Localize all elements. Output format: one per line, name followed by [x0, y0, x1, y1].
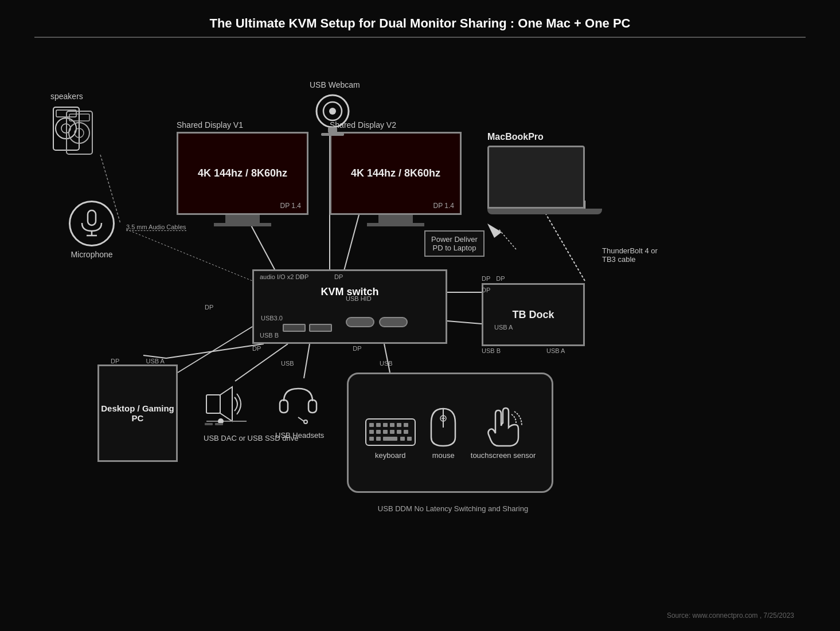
- svg-rect-60: [407, 437, 412, 441]
- svg-line-7: [447, 321, 482, 324]
- usb-slot-1: [283, 324, 306, 332]
- tbdock-group: DP DP TB Dock USB B USB A: [482, 275, 585, 354]
- svg-line-11: [166, 344, 264, 358]
- svg-marker-34: [220, 387, 232, 421]
- svg-rect-25: [88, 210, 96, 225]
- webcam-group: USB Webcam: [310, 80, 360, 140]
- usb-down-right-label: USB: [380, 360, 393, 367]
- desktop-port-labels: DP USB A: [97, 358, 178, 365]
- page-title: The Ultimate KVM Setup for Dual Monitor …: [0, 0, 840, 37]
- svg-rect-38: [215, 423, 223, 425]
- svg-point-30: [329, 108, 336, 115]
- svg-rect-47: [390, 423, 394, 427]
- svg-rect-52: [383, 430, 388, 434]
- svg-rect-40: [308, 400, 317, 413]
- svg-rect-59: [400, 437, 405, 441]
- ddm-label: USB DDM No Latency Switching and Sharing: [350, 504, 556, 513]
- pd-line2: PD to Laptop: [431, 244, 478, 252]
- peripherals-row: keyboard mouse touchscreen sensor: [365, 406, 536, 460]
- peripherals-group: keyboard mouse touchscreen sensor: [347, 373, 553, 493]
- svg-rect-58: [383, 437, 397, 441]
- mic-label: Microphone: [69, 250, 115, 259]
- svg-rect-44: [369, 423, 374, 427]
- monitor-v2-res: 4K 144hz / 8K60hz: [351, 167, 440, 179]
- usb-a-tbdock-label: USB A: [494, 324, 513, 331]
- usb-slot-2: [309, 324, 332, 332]
- svg-rect-50: [369, 430, 374, 434]
- kvm-dp-mid: DP: [334, 273, 343, 280]
- dp-label-left: DP: [205, 304, 213, 311]
- usb-down-left-label: USB: [281, 360, 294, 367]
- kvm-port-dp-label-left: DP: [252, 345, 261, 352]
- keyboard-label: keyboard: [375, 451, 405, 460]
- macbook-label: MacBookPro: [487, 132, 602, 142]
- usb-headset-icon: [275, 378, 321, 424]
- svg-marker-10: [487, 224, 502, 238]
- monitor-v1-base: [214, 223, 271, 226]
- svg-rect-55: [404, 430, 408, 434]
- power-deliver-group: Power Deliver PD to Laptop: [424, 230, 485, 257]
- webcam-label: USB Webcam: [310, 80, 360, 89]
- svg-rect-32: [321, 133, 344, 136]
- svg-rect-51: [376, 430, 381, 434]
- desktop-label: Desktop / Gaming PC: [99, 403, 176, 423]
- macbook-base: [487, 209, 602, 214]
- source-label: Source: www.connectpro.com , 7/25/2023: [667, 612, 794, 620]
- tbdock-usba-label: USB A: [546, 347, 565, 354]
- svg-point-42: [304, 420, 307, 424]
- monitor-v2-box: 4K 144hz / 8K60hz DP 1.4: [330, 132, 462, 215]
- kvm-dp-left: DP: [300, 273, 308, 280]
- mouse-label: mouse: [432, 451, 455, 460]
- hid-slot-1: [346, 317, 374, 327]
- mouse-item: mouse: [428, 406, 459, 460]
- desktop-group: DP USB A Desktop / Gaming PC: [97, 355, 178, 462]
- svg-rect-56: [369, 437, 374, 441]
- svg-rect-37: [205, 423, 213, 425]
- kvm-usb3-label: USB3.0: [261, 315, 283, 322]
- tbdock-label: TB Dock: [512, 309, 554, 321]
- svg-rect-48: [397, 423, 401, 427]
- title-divider: [34, 37, 806, 38]
- svg-line-13: [178, 327, 252, 373]
- svg-rect-49: [404, 423, 408, 427]
- macbook-group: MacBookPro: [487, 132, 602, 214]
- monitor-v2-stand: [378, 215, 413, 223]
- kvm-hid-slots: [346, 317, 408, 327]
- usb-dac-icon: [204, 381, 249, 427]
- desktop-dp-label: DP: [111, 358, 119, 365]
- kvm-usb-slots: [283, 324, 332, 332]
- kvm-top-labels: audio I/O x2 DP: [260, 273, 304, 280]
- mic-icon: [69, 201, 115, 246]
- tbdock-box: TB Dock: [482, 283, 585, 346]
- keyboard-item: keyboard: [365, 414, 416, 460]
- webcam-icon: [310, 92, 355, 138]
- svg-line-9: [499, 229, 516, 249]
- microphone-group: Microphone: [69, 201, 115, 259]
- monitor-v1-stand: [225, 215, 260, 223]
- svg-rect-54: [397, 430, 401, 434]
- pd-line1: Power Deliver: [431, 235, 478, 244]
- keyboard-icon: [365, 414, 416, 449]
- svg-line-8: [545, 212, 585, 281]
- svg-rect-45: [376, 423, 381, 427]
- svg-rect-46: [383, 423, 388, 427]
- desktop-box: Desktop / Gaming PC: [97, 365, 178, 462]
- speaker-icon: [50, 104, 114, 156]
- monitor-v1-dp: DP 1.4: [280, 202, 301, 210]
- monitor-v1-box: 4K 144hz / 8K60hz DP 1.4: [177, 132, 308, 215]
- svg-rect-53: [390, 430, 394, 434]
- kvm-port-dp-label-right: DP: [353, 345, 361, 352]
- dp-tbdock-label: DP: [482, 287, 490, 293]
- tbdock-usbb-label: USB B: [482, 347, 501, 354]
- speakers-group: speakers: [50, 92, 114, 158]
- monitor-v1-res: 4K 144hz / 8K60hz: [198, 167, 287, 179]
- monitor-v1-group: Shared Display V1 4K 144hz / 8K60hz DP 1…: [177, 120, 308, 226]
- monitor-v1-label: Shared Display V1: [177, 120, 308, 130]
- svg-rect-57: [376, 437, 381, 441]
- thunderbolt-label: ThunderBolt 4 or TB3 cable: [602, 246, 671, 264]
- tbdock-dp-left-label: DP: [482, 275, 490, 282]
- macbook-body: [487, 146, 585, 209]
- kvm-box: audio I/O x2 DP DP DP KVM switch USB3.0 …: [252, 269, 447, 344]
- kvm-usb-hid-label: USB HID: [346, 295, 372, 302]
- svg-rect-39: [280, 400, 288, 413]
